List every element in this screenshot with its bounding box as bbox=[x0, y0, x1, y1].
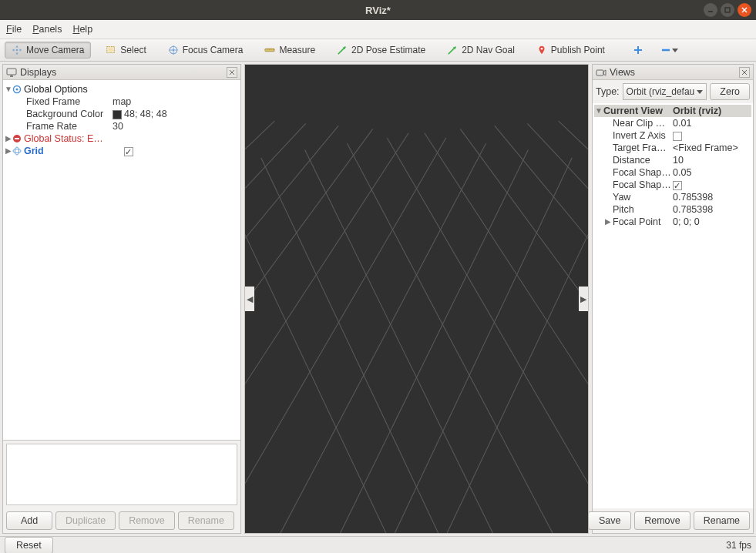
tool-2d-pose-estimate[interactable]: 2D Pose Estimate bbox=[330, 42, 432, 59]
svg-rect-6 bbox=[109, 48, 113, 51]
minimize-icon bbox=[707, 6, 714, 14]
tree-background-value[interactable]: 48; 48; 48 bbox=[111, 108, 239, 120]
duplicate-button: Duplicate bbox=[55, 511, 116, 530]
tree-global-options[interactable]: Global Options bbox=[24, 83, 123, 96]
plus-icon bbox=[633, 45, 643, 55]
pose-estimate-icon bbox=[337, 45, 348, 55]
window-titlebar: RViz* bbox=[0, 0, 756, 20]
tree-background-label[interactable]: Background Color bbox=[26, 108, 111, 120]
svg-rect-1 bbox=[725, 8, 730, 12]
expand-arrow-icon[interactable]: ▶ bbox=[5, 132, 12, 145]
focal-point-value[interactable]: 0; 0; 0 bbox=[671, 216, 751, 228]
focal-point-label[interactable]: Focal Point bbox=[613, 216, 671, 228]
views-panel-title[interactable]: Views bbox=[593, 65, 753, 80]
window-minimize-button[interactable] bbox=[704, 3, 717, 17]
viewport-panel: ◀ ▶ bbox=[244, 64, 589, 534]
target-frame-value[interactable]: <Fixed Frame> bbox=[671, 142, 751, 154]
tool-add-button[interactable] bbox=[628, 43, 648, 57]
yaw-label[interactable]: Yaw bbox=[613, 191, 671, 203]
tree-global-status[interactable]: Global Status: E… bbox=[24, 132, 123, 145]
views-tree[interactable]: ▼ Current View Orbit (rviz) Near Clip … … bbox=[593, 103, 753, 508]
displays-panel-close[interactable] bbox=[227, 67, 237, 78]
tool-remove-button[interactable] bbox=[656, 45, 683, 55]
tree-frame-rate-label[interactable]: Frame Rate bbox=[26, 120, 111, 132]
tree-grid[interactable]: Grid bbox=[24, 145, 123, 157]
menu-panels[interactable]: Panels bbox=[32, 24, 62, 35]
type-label: Type: bbox=[596, 86, 620, 97]
menu-help[interactable]: Help bbox=[72, 24, 92, 35]
close-icon bbox=[741, 6, 748, 14]
focal-shape-size-label[interactable]: Focal Shap… bbox=[613, 166, 671, 179]
window-title: RViz* bbox=[365, 5, 391, 16]
gear-icon bbox=[12, 85, 22, 94]
distance-value[interactable]: 10 bbox=[671, 154, 751, 166]
3d-viewport[interactable] bbox=[245, 65, 588, 533]
views-rename-button[interactable]: Rename bbox=[694, 511, 750, 530]
measure-icon bbox=[264, 45, 275, 55]
svg-point-20 bbox=[541, 48, 543, 50]
tool-measure[interactable]: Measure bbox=[257, 42, 322, 59]
svg-marker-24 bbox=[672, 49, 678, 52]
views-save-button[interactable]: Save bbox=[588, 511, 631, 530]
svg-rect-36 bbox=[245, 65, 588, 533]
views-panel-close[interactable] bbox=[739, 67, 750, 78]
pitch-label[interactable]: Pitch bbox=[613, 203, 671, 216]
svg-rect-25 bbox=[7, 69, 16, 75]
add-button[interactable]: Add bbox=[6, 511, 52, 530]
focal-shape-fixed-label[interactable]: Focal Shap… bbox=[613, 179, 671, 191]
current-view-value[interactable]: Orbit (rviz) bbox=[671, 105, 751, 117]
expand-arrow-icon[interactable]: ▼ bbox=[5, 83, 12, 96]
svg-point-31 bbox=[16, 89, 18, 91]
svg-point-35 bbox=[15, 147, 19, 155]
current-view-label[interactable]: Current View bbox=[603, 105, 671, 117]
reset-button[interactable]: Reset bbox=[5, 537, 53, 554]
tool-2d-nav-goal[interactable]: 2D Nav Goal bbox=[440, 42, 522, 59]
camera-icon bbox=[596, 67, 606, 78]
views-remove-button[interactable]: Remove bbox=[634, 511, 690, 530]
menu-file[interactable]: File bbox=[6, 24, 22, 35]
views-panel: Views Type: Orbit (rviz_defau Zero ▼ Cur… bbox=[592, 64, 754, 534]
color-swatch bbox=[113, 110, 122, 119]
tree-frame-rate-value[interactable]: 30 bbox=[111, 120, 239, 132]
expand-arrow-icon[interactable]: ▼ bbox=[594, 105, 603, 117]
viewport-nav-right[interactable]: ▶ bbox=[579, 287, 588, 311]
tree-fixed-frame-label[interactable]: Fixed Frame bbox=[26, 96, 111, 108]
tool-move-camera[interactable]: Move Camera bbox=[5, 42, 91, 59]
grid-checkbox[interactable] bbox=[124, 147, 133, 156]
status-bar: Reset 31 fps bbox=[0, 536, 756, 553]
tool-focus-camera[interactable]: Focus Camera bbox=[161, 42, 250, 59]
expand-arrow-icon[interactable]: ▶ bbox=[5, 145, 12, 157]
error-icon bbox=[12, 134, 22, 143]
remove-button: Remove bbox=[119, 511, 175, 530]
tool-select[interactable]: Select bbox=[99, 42, 153, 59]
pitch-value[interactable]: 0.785398 bbox=[671, 203, 751, 216]
near-clip-label[interactable]: Near Clip … bbox=[613, 117, 671, 129]
tree-fixed-frame-value[interactable]: map bbox=[111, 96, 239, 108]
focus-camera-icon bbox=[168, 45, 179, 55]
target-frame-label[interactable]: Target Fra… bbox=[613, 142, 671, 154]
nav-goal-icon bbox=[447, 45, 458, 55]
focal-shape-size-value[interactable]: 0.05 bbox=[671, 166, 751, 179]
toolbar: Move Camera Select Focus Camera Measure … bbox=[0, 39, 756, 62]
chevron-down-icon bbox=[672, 46, 678, 54]
window-close-button[interactable] bbox=[738, 3, 751, 17]
rename-button: Rename bbox=[178, 511, 234, 530]
tool-publish-point[interactable]: Publish Point bbox=[529, 42, 612, 59]
expand-arrow-icon[interactable]: ▶ bbox=[603, 216, 613, 228]
viewport-nav-left[interactable]: ◀ bbox=[245, 287, 254, 311]
near-clip-value[interactable]: 0.01 bbox=[671, 117, 751, 129]
displays-tree[interactable]: ▼ Global Options Fixed Frame map Backgro… bbox=[3, 80, 240, 441]
yaw-value[interactable]: 0.785398 bbox=[671, 191, 751, 203]
monitor-icon bbox=[6, 67, 17, 78]
type-select[interactable]: Orbit (rviz_defau bbox=[623, 83, 707, 100]
invert-z-label[interactable]: Invert Z Axis bbox=[613, 129, 671, 142]
svg-point-4 bbox=[16, 49, 18, 52]
fps-indicator: 31 fps bbox=[726, 540, 751, 551]
invert-z-checkbox[interactable] bbox=[673, 132, 682, 141]
move-camera-icon bbox=[12, 45, 22, 55]
focal-shape-fixed-checkbox[interactable] bbox=[673, 181, 682, 190]
distance-label[interactable]: Distance bbox=[613, 154, 671, 166]
zero-button[interactable]: Zero bbox=[710, 83, 750, 100]
window-maximize-button[interactable] bbox=[721, 3, 734, 17]
displays-panel-title[interactable]: Displays bbox=[3, 65, 240, 80]
